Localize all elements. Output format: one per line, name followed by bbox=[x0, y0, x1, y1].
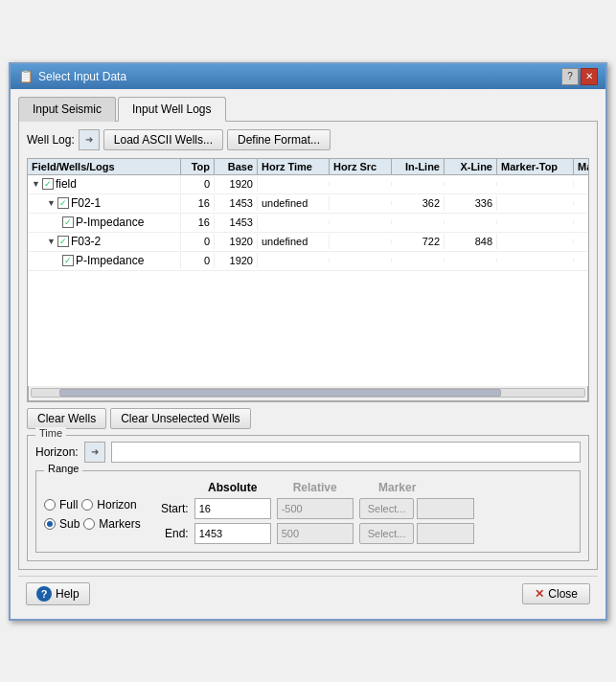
start-label: Start: bbox=[150, 502, 189, 515]
radio-markers-label: Markers bbox=[99, 517, 140, 531]
end-label: End: bbox=[150, 527, 189, 540]
row-label: F02-1 bbox=[71, 196, 101, 210]
header-top: Top bbox=[181, 159, 215, 174]
radio-full[interactable] bbox=[44, 499, 56, 511]
row-checkbox[interactable] bbox=[57, 236, 69, 247]
table-row[interactable]: P-Impedance 0 1920 bbox=[28, 252, 588, 271]
title-buttons: ? ✕ bbox=[561, 68, 598, 85]
row-xline bbox=[445, 220, 497, 224]
row-base: 1920 bbox=[215, 176, 258, 192]
row-base: 1920 bbox=[215, 253, 258, 268]
radio-sub-label: Sub bbox=[59, 517, 80, 531]
radio-sub-row: Sub Markers bbox=[44, 517, 141, 531]
row-markertop bbox=[497, 239, 574, 243]
tree-body[interactable]: ▼ field 0 1920 bbox=[28, 175, 588, 386]
header-horztime: Horz Time bbox=[258, 159, 330, 174]
content-area: Input Seismic Input Well Logs Well Log: … bbox=[11, 89, 605, 619]
row-inline: 362 bbox=[392, 195, 445, 211]
radio-horizon-label: Horizon bbox=[97, 498, 136, 512]
row-xline: 848 bbox=[445, 234, 497, 249]
start-absolute-input[interactable] bbox=[194, 498, 271, 519]
hscrollbar-track[interactable] bbox=[31, 388, 585, 398]
well-log-arrow-button[interactable]: ➜ bbox=[79, 129, 100, 150]
tab-seismic[interactable]: Input Seismic bbox=[18, 97, 116, 122]
row-checkbox[interactable] bbox=[62, 216, 74, 228]
row-xline bbox=[445, 182, 497, 186]
range-title: Range bbox=[44, 463, 82, 474]
expand-icon[interactable]: ▼ bbox=[47, 198, 56, 208]
row-inline bbox=[392, 220, 445, 224]
row-horzsrc bbox=[330, 220, 392, 224]
header-ma: Ma bbox=[574, 159, 589, 174]
row-horztime bbox=[258, 259, 330, 262]
row-base: 1453 bbox=[215, 215, 258, 230]
expand-icon[interactable]: ▼ bbox=[32, 179, 40, 189]
close-title-button[interactable]: ✕ bbox=[581, 68, 598, 85]
end-absolute-input[interactable] bbox=[194, 523, 271, 544]
define-format-button[interactable]: Define Format... bbox=[227, 129, 331, 150]
window-title: Select Input Data bbox=[38, 70, 126, 83]
table-row[interactable]: ▼ F02-1 16 1453 undefined 362 336 bbox=[28, 194, 588, 214]
time-group: Time Horizon: ➜ Range bbox=[27, 435, 589, 561]
row-markertop bbox=[497, 201, 574, 205]
close-button[interactable]: ✕ Close bbox=[522, 583, 590, 604]
time-group-title: Time bbox=[35, 427, 66, 439]
row-top: 16 bbox=[181, 195, 215, 211]
title-bar: 📋 Select Input Data ? ✕ bbox=[11, 64, 605, 89]
radio-horizon[interactable] bbox=[81, 499, 93, 511]
row-name-f03: ▼ F03-2 bbox=[28, 233, 181, 250]
clear-unselected-wells-button[interactable]: Clear Unselected Wells bbox=[110, 408, 251, 429]
start-marker-input bbox=[417, 498, 474, 519]
table-row[interactable]: P-Impedance 16 1453 bbox=[28, 214, 588, 233]
row-checkbox[interactable] bbox=[57, 197, 69, 209]
table-row[interactable]: ▼ F03-2 0 1920 undefined 722 848 bbox=[28, 233, 588, 252]
tab-welllogs[interactable]: Input Well Logs bbox=[118, 97, 226, 122]
col-marker: Marker bbox=[359, 481, 436, 494]
radio-markers[interactable] bbox=[83, 518, 95, 530]
help-title-button[interactable]: ? bbox=[561, 68, 579, 85]
row-horztime: undefined bbox=[258, 234, 330, 249]
range-content: Full Horizon Sub Markers bbox=[44, 477, 572, 544]
row-markertop bbox=[497, 182, 574, 186]
header-base: Base bbox=[215, 159, 258, 174]
row-top: 0 bbox=[181, 253, 215, 268]
row-top: 0 bbox=[181, 234, 215, 249]
row-xline bbox=[445, 259, 497, 262]
header-inline: In-Line bbox=[392, 159, 445, 174]
row-horzsrc bbox=[330, 201, 392, 205]
header-xline: X-Line bbox=[445, 159, 497, 174]
horizon-row: Horizon: ➜ bbox=[35, 442, 581, 463]
row-label: P-Impedance bbox=[76, 216, 144, 229]
expand-icon[interactable]: ▼ bbox=[47, 237, 56, 246]
hscrollbar-thumb[interactable] bbox=[59, 389, 502, 397]
header-name: Field/Wells/Logs bbox=[28, 159, 181, 174]
help-button[interactable]: ? Help bbox=[26, 582, 90, 605]
table-row[interactable]: ▼ field 0 1920 bbox=[28, 175, 588, 194]
tab-bar: Input Seismic Input Well Logs bbox=[18, 97, 598, 122]
row-inline bbox=[392, 259, 445, 262]
horizon-input[interactable] bbox=[111, 442, 581, 463]
title-bar-left: 📋 Select Input Data bbox=[18, 69, 126, 83]
row-checkbox[interactable] bbox=[62, 255, 74, 266]
radio-sub[interactable] bbox=[44, 518, 56, 530]
row-checkbox[interactable] bbox=[42, 178, 54, 190]
radio-full-label: Full bbox=[59, 498, 78, 512]
tab-content-welllogs: Well Log: ➜ Load ASCII Wells... Define F… bbox=[18, 121, 598, 570]
main-window: 📋 Select Input Data ? ✕ Input Seismic In… bbox=[9, 62, 607, 621]
row-ma bbox=[574, 239, 588, 243]
row-name-f02: ▼ F02-1 bbox=[28, 194, 181, 212]
start-relative-input bbox=[277, 498, 354, 519]
help-label: Help bbox=[56, 587, 80, 601]
horizontal-scrollbar[interactable] bbox=[28, 386, 588, 401]
row-horzsrc bbox=[330, 239, 392, 243]
row-horzsrc bbox=[330, 259, 392, 262]
clear-wells-button[interactable]: Clear Wells bbox=[27, 408, 106, 429]
row-inline bbox=[392, 182, 445, 186]
horizon-arrow-button[interactable]: ➜ bbox=[84, 442, 105, 463]
well-log-label: Well Log: bbox=[27, 133, 75, 147]
load-ascii-wells-button[interactable]: Load ASCII Wells... bbox=[103, 129, 223, 150]
range-group: Range Full Horizon bbox=[35, 470, 581, 553]
col-relative: Relative bbox=[277, 481, 354, 494]
end-marker-input bbox=[417, 523, 474, 544]
radio-full-row: Full Horizon bbox=[44, 498, 141, 512]
